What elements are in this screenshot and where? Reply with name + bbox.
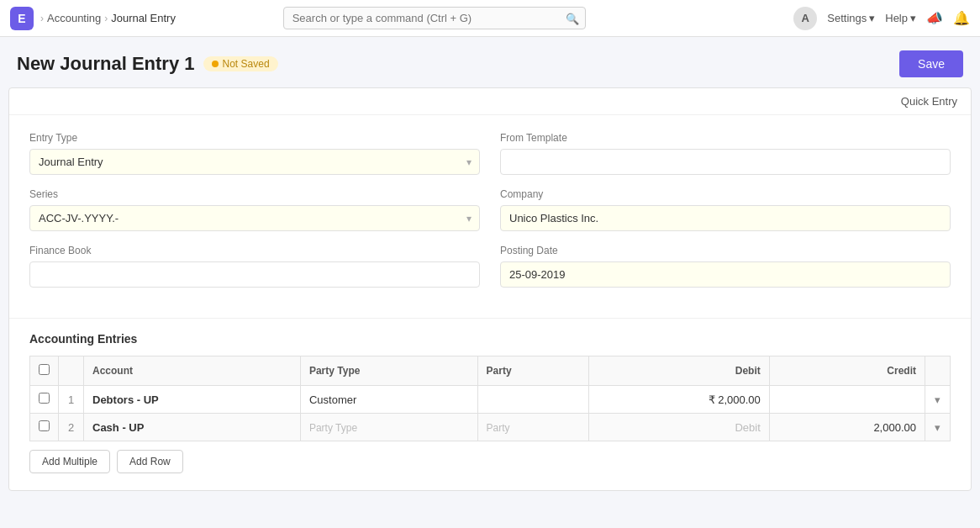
save-button[interactable]: Save bbox=[899, 50, 963, 77]
page-header: New Journal Entry 1 Not Saved Save bbox=[0, 37, 980, 87]
series-group: Series ACC-JV-.YYYY.- ▾ bbox=[29, 188, 480, 231]
breadcrumb-parent[interactable]: Accounting bbox=[47, 12, 101, 24]
breadcrumb-sep-2: › bbox=[104, 13, 108, 24]
accounting-entries-section: Accounting Entries Account Party Type Pa… bbox=[9, 319, 971, 490]
row2-checkbox[interactable] bbox=[39, 420, 50, 431]
finance-book-input[interactable] bbox=[29, 261, 480, 288]
table-header-account: Account bbox=[84, 356, 301, 386]
row1-num: 1 bbox=[59, 386, 84, 414]
from-template-input[interactable] bbox=[500, 149, 951, 175]
form-row-3: Finance Book Posting Date bbox=[29, 245, 951, 288]
breadcrumb: › Accounting › Journal Entry bbox=[40, 12, 176, 24]
add-multiple-button[interactable]: Add Multiple bbox=[29, 450, 110, 473]
row1-account: Debtors - UP bbox=[84, 386, 301, 414]
entry-type-label: Entry Type bbox=[29, 132, 480, 144]
row1-checkbox[interactable] bbox=[39, 393, 50, 404]
help-button[interactable]: Help ▾ bbox=[885, 12, 916, 24]
form-row-1: Entry Type Journal Entry ▾ From Template bbox=[29, 132, 951, 175]
table-header-debit: Debit bbox=[588, 356, 769, 386]
table-header-credit: Credit bbox=[769, 356, 925, 386]
row2-account: Cash - UP bbox=[84, 414, 301, 441]
settings-chevron-icon: ▾ bbox=[869, 12, 875, 24]
table-header-party: Party bbox=[477, 356, 588, 386]
row2-party: Party bbox=[477, 414, 588, 441]
posting-date-label: Posting Date bbox=[500, 245, 951, 256]
avatar: A bbox=[793, 7, 817, 30]
finance-book-group: Finance Book bbox=[29, 245, 480, 288]
accounting-entries-title: Accounting Entries bbox=[29, 332, 951, 346]
from-template-label: From Template bbox=[500, 132, 951, 144]
row1-checkbox-cell bbox=[30, 386, 59, 414]
breadcrumb-current: Journal Entry bbox=[111, 12, 176, 24]
page-title: New Journal Entry 1 bbox=[17, 53, 195, 75]
row1-expand-button[interactable]: ▾ bbox=[925, 386, 951, 414]
series-select-wrap: ACC-JV-.YYYY.- ▾ bbox=[29, 205, 480, 231]
table-header-actions bbox=[925, 356, 951, 386]
from-template-group: From Template bbox=[500, 132, 951, 175]
status-dot bbox=[212, 61, 219, 67]
series-label: Series bbox=[29, 188, 480, 200]
company-group: Company bbox=[500, 188, 951, 231]
accounting-entries-table: Account Party Type Party Debit Credit 1 bbox=[29, 356, 951, 441]
row2-credit: 2,000.00 bbox=[769, 414, 925, 441]
company-label: Company bbox=[500, 188, 951, 200]
row1-party-type: Customer bbox=[300, 386, 477, 414]
posting-date-group: Posting Date bbox=[500, 245, 951, 288]
quick-entry-button[interactable]: Quick Entry bbox=[901, 95, 957, 108]
series-select[interactable]: ACC-JV-.YYYY.- bbox=[29, 205, 480, 231]
entry-type-select[interactable]: Journal Entry bbox=[29, 149, 480, 175]
page-title-area: New Journal Entry 1 Not Saved bbox=[17, 53, 278, 75]
row1-credit bbox=[769, 386, 925, 414]
settings-button[interactable]: Settings ▾ bbox=[827, 12, 875, 24]
search-bar: 🔍 bbox=[283, 7, 586, 29]
table-header-party-type: Party Type bbox=[300, 356, 477, 386]
search-input[interactable] bbox=[283, 7, 586, 29]
search-icon: 🔍 bbox=[566, 12, 579, 24]
app-icon[interactable]: E bbox=[10, 7, 34, 30]
row1-debit: ₹ 2,000.00 bbox=[588, 386, 769, 414]
form-section: Entry Type Journal Entry ▾ From Template… bbox=[9, 115, 971, 319]
help-chevron-icon: ▾ bbox=[910, 12, 916, 24]
topbar: E › Accounting › Journal Entry 🔍 A Setti… bbox=[0, 0, 980, 37]
entry-type-group: Entry Type Journal Entry ▾ bbox=[29, 132, 480, 175]
row2-checkbox-cell bbox=[30, 414, 59, 441]
table-row: 2 Cash - UP Party Type Party Debit 2,000… bbox=[30, 414, 951, 441]
posting-date-input[interactable] bbox=[500, 261, 951, 288]
quick-entry-bar: Quick Entry bbox=[9, 88, 971, 115]
notification-icon[interactable]: 🔔 bbox=[953, 10, 970, 26]
megaphone-icon[interactable]: 📣 bbox=[926, 10, 943, 26]
row2-party-type: Party Type bbox=[300, 414, 477, 441]
form-row-2: Series ACC-JV-.YYYY.- ▾ Company bbox=[29, 188, 951, 231]
row2-expand-button[interactable]: ▾ bbox=[925, 414, 951, 441]
breadcrumb-sep-1: › bbox=[40, 13, 44, 24]
table-row: 1 Debtors - UP Customer ₹ 2,000.00 ▾ bbox=[30, 386, 951, 414]
nav-right: A Settings ▾ Help ▾ 📣 🔔 bbox=[793, 7, 970, 30]
table-header-num bbox=[59, 356, 84, 386]
add-row-button[interactable]: Add Row bbox=[117, 450, 183, 473]
table-footer: Add Multiple Add Row bbox=[29, 441, 951, 473]
row2-debit: Debit bbox=[588, 414, 769, 441]
entry-type-select-wrap: Journal Entry ▾ bbox=[29, 149, 480, 175]
finance-book-label: Finance Book bbox=[29, 245, 480, 256]
row2-num: 2 bbox=[59, 414, 84, 441]
status-badge: Not Saved bbox=[203, 56, 278, 71]
row1-party bbox=[477, 386, 588, 414]
table-header-checkbox bbox=[30, 356, 59, 386]
main-content: Quick Entry Entry Type Journal Entry ▾ F… bbox=[8, 87, 972, 491]
company-input[interactable] bbox=[500, 205, 951, 231]
select-all-checkbox[interactable] bbox=[39, 364, 50, 375]
